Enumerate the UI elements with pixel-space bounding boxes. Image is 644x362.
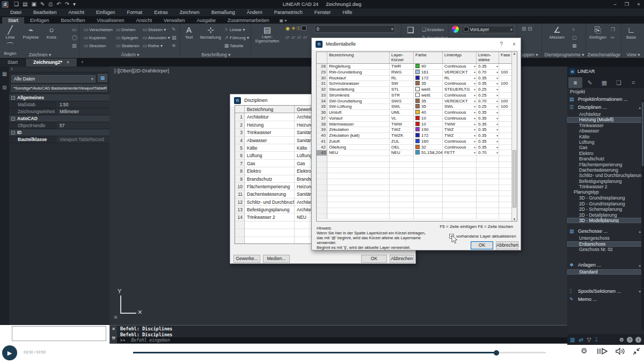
farbe-cell[interactable]: 35 xyxy=(414,99,443,105)
farbe-cell[interactable]: 161 xyxy=(414,70,443,76)
linienstaerke-cell[interactable]: 0.25▾ xyxy=(477,87,499,93)
fase-cell[interactable] xyxy=(499,76,513,82)
linienstaerke-cell[interactable]: 0.35▾ xyxy=(477,64,499,70)
sidebar-tab-edit[interactable]: ✎ xyxy=(583,77,597,88)
help-icon[interactable]: ? xyxy=(627,337,633,343)
fase-cell[interactable]: 100 xyxy=(499,99,513,105)
sidebar-list-item[interactable]: Flächentemperierung xyxy=(567,162,644,167)
bezeichnung-cell[interactable]: Heizung xyxy=(245,121,295,129)
group-icons[interactable]: ⊞ ⊟ xyxy=(522,26,532,32)
bezeichnung-cell[interactable]: Zuluft xyxy=(327,139,390,145)
close-button[interactable]: × xyxy=(633,2,644,7)
farbe-cell[interactable]: weiß xyxy=(414,87,443,93)
bezeichnung-cell[interactable]: Zirkulation xyxy=(327,127,390,133)
play-button[interactable]: ▶ xyxy=(2,345,17,360)
linientyp-cell[interactable]: SWL▾ xyxy=(443,104,477,110)
cut-clip-icon[interactable]: ✂ xyxy=(611,34,615,42)
linientyp-cell[interactable]: Continuous▾ xyxy=(443,81,477,87)
ribbon-tab-ansicht[interactable]: Ansicht xyxy=(130,17,158,24)
linientyp-cell[interactable]: TWZ▾ xyxy=(443,133,477,139)
kuerzel-cell[interactable]: OEL xyxy=(390,145,414,151)
fase-cell[interactable] xyxy=(499,139,513,145)
farbe-cell[interactable]: 40 xyxy=(414,110,443,116)
kuerzel-cell[interactable]: TWW xyxy=(390,122,414,128)
row-number[interactable]: 36 xyxy=(317,110,327,116)
linienstaerke-cell[interactable]: 0.35▾ xyxy=(477,81,499,87)
lineweight-dropdown-icon[interactable]: ▾ xyxy=(496,64,498,69)
save-as-icon[interactable]: ✎ xyxy=(40,1,45,8)
farbe-cell[interactable]: 10 xyxy=(414,116,443,122)
medientabelle-ok-button[interactable]: OK xyxy=(471,241,493,249)
farbe-cell[interactable]: 172 xyxy=(414,133,443,139)
menu-parametrisch[interactable]: Parametrisch xyxy=(268,10,309,15)
sidebar-item-disziplinen[interactable]: ☰ Disziplinen ... ▴ xyxy=(567,104,644,112)
bezeichnung-cell[interactable]: Befestigungsplanung xyxy=(245,206,295,213)
linetype-dropdown-icon[interactable]: ▾ xyxy=(474,116,475,121)
bezeichnung-cell[interactable]: Abwasser xyxy=(245,137,295,144)
property-group-allgemeines[interactable]: −Allgemeines xyxy=(9,94,109,101)
property-group-id[interactable]: −ID xyxy=(9,129,109,136)
bezeichnung-cell[interactable]: Architektur xyxy=(245,113,295,121)
bezeichnung-cell[interactable]: Dachentwässerung xyxy=(245,190,295,198)
linienstaerke-cell[interactable]: 0.70▾ xyxy=(477,70,499,76)
ribbon-tab-beschriften[interactable]: Beschriften xyxy=(55,17,91,24)
kuerzel-cell[interactable]: STL xyxy=(390,87,414,93)
sidebar-list-item[interactable]: Kälte xyxy=(567,134,644,139)
polyline-tool[interactable]: ⌁Polylinie xyxy=(21,25,40,40)
linientyp-cell[interactable]: FETT▾ xyxy=(443,150,477,156)
palette-grip[interactable] xyxy=(9,68,109,72)
fase-cell[interactable] xyxy=(499,87,513,93)
lineweight-dropdown-icon[interactable]: ▾ xyxy=(496,150,498,156)
linienstaerke-cell[interactable]: 0.35▾ xyxy=(477,110,499,116)
linienstaerke-cell[interactable]: 0.35▾ xyxy=(477,127,499,133)
print-icon[interactable]: ⎙ xyxy=(48,1,53,8)
linetype-dropdown-icon[interactable]: ▾ xyxy=(474,127,475,132)
linetype-dropdown-icon[interactable]: ▾ xyxy=(474,93,475,98)
layer-freeze-icon[interactable]: ☀ xyxy=(291,26,295,31)
sidebar-list-item[interactable]: Trinkwasser 2 xyxy=(567,184,644,189)
collapse-icon[interactable]: ▴ xyxy=(639,227,641,235)
sidebar-list-item[interactable]: Abwasser xyxy=(567,128,644,134)
row-number[interactable]: 37 xyxy=(317,116,327,122)
sidebar-scrollbar[interactable] xyxy=(641,100,644,330)
sidebar-list-item[interactable]: 3D - Modellplanung xyxy=(567,218,644,223)
lineweight-dropdown-icon[interactable]: ▾ xyxy=(496,145,498,150)
row-number[interactable]: 28 xyxy=(317,64,327,70)
medientabelle-table-row[interactable]: 31SchmutzwasserSW35Continuous▾0.35▾100 xyxy=(317,81,517,87)
data-filter-dropdown[interactable]: Alle Daten▾ xyxy=(11,75,96,83)
linetype-dropdown-icon[interactable]: ▾ xyxy=(474,104,475,109)
shrink-player-icon[interactable] xyxy=(632,348,641,357)
linetype-dropdown-icon[interactable]: ▾ xyxy=(474,70,475,75)
bezeichnung-cell[interactable]: Trinkwasser 2 xyxy=(245,213,295,221)
medientabelle-table[interactable]: Bezeichnung Layer-Kürzel Farbe Linientyp… xyxy=(316,51,517,221)
row-number[interactable]: 42 xyxy=(317,145,327,151)
fase-cell[interactable] xyxy=(499,145,513,151)
linientyp-cell[interactable]: TWZ▾ xyxy=(443,127,477,133)
linientyp-cell[interactable]: Continuous▾ xyxy=(443,116,477,122)
medientabelle-table-row[interactable]: 41ZuluftZUL160Continuous▾0.35▾ xyxy=(317,139,517,145)
tool-spiegeln[interactable]: ▭Spiegeln xyxy=(115,34,139,42)
bezeichnung-cell[interactable]: Brandschutz xyxy=(245,175,295,183)
linetype-dropdown-icon[interactable]: ▾ xyxy=(474,150,475,156)
bezeichnung-cell[interactable]: Zirkulation (kalt) xyxy=(327,133,390,139)
property-value[interactable]: 1:50 xyxy=(56,101,109,108)
sidebar-item-geschosse[interactable]: ▥ Geschosse ... ▴ xyxy=(567,227,644,235)
collapse-group-icon[interactable]: − xyxy=(11,117,15,121)
filter-icon[interactable]: ▽ xyxy=(587,337,591,343)
property-value[interactable]: Millimeter xyxy=(56,108,109,115)
bezeichnung-cell[interactable]: RW-Grundleitung xyxy=(327,70,390,76)
linetype-dropdown-icon[interactable]: ▾ xyxy=(474,110,475,115)
linetype-dropdown-icon[interactable]: ▾ xyxy=(474,122,475,127)
menu-datei[interactable]: Datei xyxy=(4,10,27,15)
new-file-icon[interactable]: ❏ xyxy=(14,1,19,8)
sidebar-list-item[interactable]: Befestigungsplanung xyxy=(567,179,644,184)
video-settings-icon[interactable]: ⚙ xyxy=(581,346,588,355)
linetype-dropdown-icon[interactable]: ▾ xyxy=(474,81,475,86)
sidebar-list-item[interactable]: Trinkwasser xyxy=(567,123,644,128)
text-tool[interactable]: AText xyxy=(181,25,196,40)
grid-view-icon[interactable]: ▦ xyxy=(0,71,9,77)
fase-cell[interactable] xyxy=(499,116,513,122)
lineweight-dropdown-icon[interactable]: ▾ xyxy=(496,81,498,86)
layer-properties-tool[interactable]: ▤ Layer-Eigenschaften xyxy=(252,25,282,43)
sidebar-list-item[interactable]: Standard xyxy=(567,269,644,275)
